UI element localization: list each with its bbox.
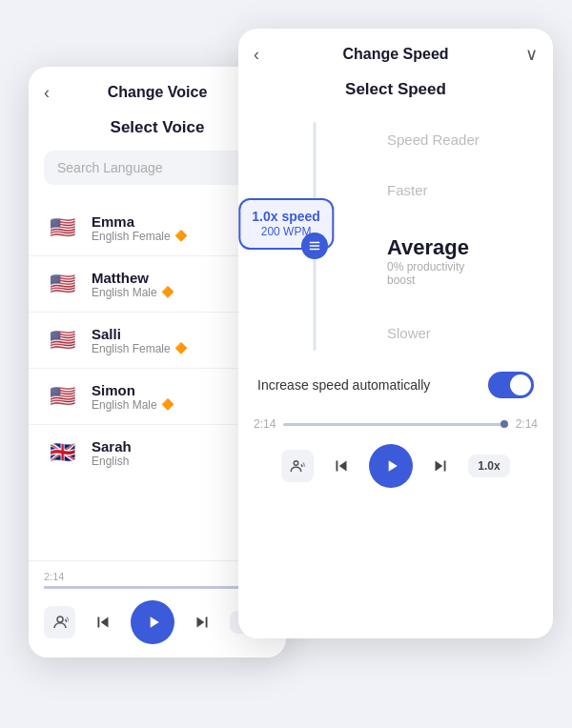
speed-progress-thumb: [500, 420, 508, 428]
speed-badge[interactable]: 1.0x: [468, 455, 509, 477]
voice-player-controls: 1.0x: [44, 600, 271, 644]
voice-back-button[interactable]: ‹: [44, 83, 50, 103]
speed-labels: Speed Reader Faster Average 0% productiv…: [372, 122, 534, 351]
speed-player-controls: 1.0x: [254, 444, 538, 488]
skip-forward-button[interactable]: [192, 612, 213, 633]
premium-icon-emma: 🔶: [174, 230, 188, 242]
flag-sarah: 🇬🇧: [44, 435, 80, 471]
speed-skip-back-button[interactable]: [331, 455, 352, 476]
speed-subtitle: Select Speed: [238, 72, 553, 112]
premium-icon-salli: 🔶: [174, 342, 188, 354]
voice-time-label: 2:14: [44, 571, 271, 582]
speed-time-right: 2:14: [516, 417, 538, 431]
auto-speed-toggle[interactable]: [488, 372, 534, 398]
speed-panel-title: Change Speed: [342, 46, 448, 63]
speed-panel-header: ‹ Change Speed ∨: [238, 29, 553, 72]
speed-play-button[interactable]: [369, 444, 413, 488]
play-button[interactable]: [131, 600, 174, 644]
svg-point-0: [57, 617, 63, 622]
speed-skip-forward-button[interactable]: [430, 455, 451, 476]
speed-label-slower: Slower: [387, 325, 534, 341]
voice-panel-title: Change Voice: [108, 84, 208, 101]
speed-panel-bottom: 2:14 2:14: [238, 417, 553, 501]
speed-value: 1.0x speed: [252, 208, 320, 225]
voice-icon-button[interactable]: [44, 606, 75, 638]
premium-icon-matthew: 🔶: [161, 286, 174, 298]
speed-label-faster: Faster: [387, 182, 534, 198]
flag-emma: 🇺🇸: [44, 210, 80, 246]
svg-point-1: [295, 461, 299, 466]
skip-back-button[interactable]: [92, 612, 113, 633]
auto-speed-label: Increase speed automatically: [257, 377, 430, 393]
speed-label-reader: Speed Reader: [387, 131, 534, 148]
flag-salli: 🇺🇸: [44, 322, 80, 358]
speed-label-average: Average: [387, 235, 534, 260]
speed-label-average-group: Average 0% productivityboost: [387, 235, 534, 287]
flag-matthew: 🇺🇸: [44, 266, 80, 302]
premium-icon-simon: 🔶: [161, 398, 174, 411]
voice-progress-bar[interactable]: [44, 586, 271, 589]
speed-time-left: 2:14: [254, 417, 276, 431]
speed-progress-row: 2:14 2:14: [254, 417, 538, 431]
speed-voice-icon-button[interactable]: [281, 450, 314, 482]
voice-progress-fill: [44, 586, 271, 589]
speed-progress-bar[interactable]: [283, 423, 507, 426]
speed-slider-thumb[interactable]: [301, 233, 328, 259]
speed-panel: ‹ Change Speed ∨ Select Speed 1.0x speed…: [238, 29, 553, 638]
auto-speed-toggle-row: Increase speed automatically: [238, 360, 553, 410]
voice-search-box[interactable]: Search Language: [44, 151, 271, 185]
speed-back-button[interactable]: ‹: [254, 45, 259, 65]
speed-label-average-sub: 0% productivityboost: [387, 260, 534, 287]
speed-slider-area: 1.0x speed 200 WPM Speed Reader Faster A…: [238, 112, 553, 360]
speed-collapse-button[interactable]: ∨: [525, 44, 538, 65]
flag-simon: 🇺🇸: [44, 378, 80, 415]
